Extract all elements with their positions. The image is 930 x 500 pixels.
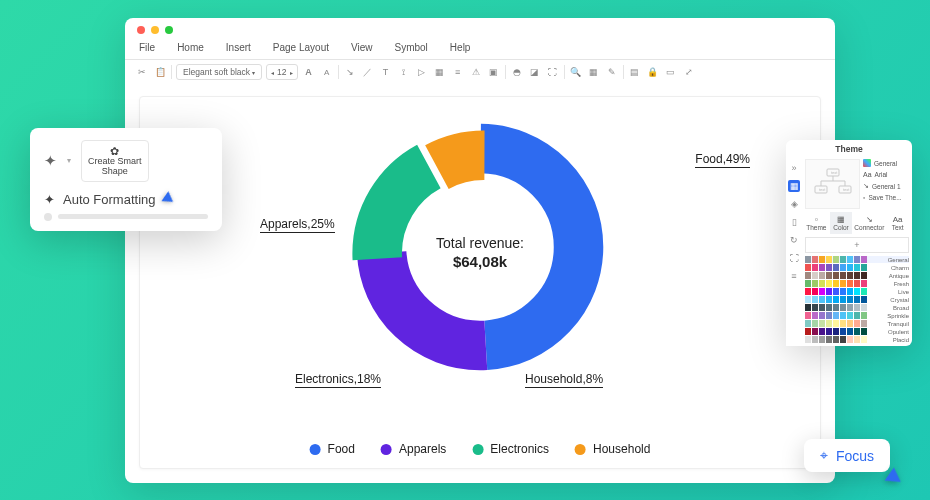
crop-icon[interactable]: ⛶: [546, 65, 560, 79]
slice-label-electronics: Electronics,18%: [295, 372, 381, 388]
theme-opt-general[interactable]: General: [874, 160, 897, 167]
svg-text:text: text: [843, 187, 850, 192]
svg-text:text: text: [819, 187, 826, 192]
palette-row[interactable]: Broad: [805, 304, 909, 311]
font-select[interactable]: Elegant soft black▾: [176, 64, 262, 80]
palette-row[interactable]: Opulent: [805, 328, 909, 335]
chart-center-text: Total revenue: $64,08k: [436, 234, 524, 272]
palette-row[interactable]: Tranquil: [805, 320, 909, 327]
menu-symbol[interactable]: Symbol: [395, 42, 428, 53]
layers-icon[interactable]: ▦: [433, 65, 447, 79]
side-page-icon[interactable]: ▯: [788, 216, 800, 228]
fill-icon[interactable]: ◓: [510, 65, 524, 79]
connector-icon[interactable]: ↘: [343, 65, 357, 79]
line-icon[interactable]: ／: [361, 65, 375, 79]
max-dot[interactable]: [165, 26, 173, 34]
palette-row[interactable]: Antique: [805, 272, 909, 279]
focus-icon: ⌖: [820, 447, 828, 464]
cursor-icon: [885, 467, 906, 488]
slice-label-household: Household,8%: [525, 372, 603, 388]
window-icon[interactable]: ▭: [664, 65, 678, 79]
menu-help[interactable]: Help: [450, 42, 471, 53]
theme-preview[interactable]: texttexttext: [805, 159, 860, 209]
align-icon[interactable]: ≡: [451, 65, 465, 79]
group-icon[interactable]: ▣: [487, 65, 501, 79]
menu-view[interactable]: View: [351, 42, 373, 53]
font-inc-icon[interactable]: A: [302, 65, 316, 79]
tab-theme[interactable]: ▫Theme: [805, 212, 828, 234]
paste-icon[interactable]: 📋: [153, 65, 167, 79]
legend-apparels: Apparels: [399, 442, 446, 456]
ruler-icon[interactable]: ▦: [587, 65, 601, 79]
slice-label-food: Food,49%: [695, 152, 750, 168]
svg-text:text: text: [831, 170, 838, 175]
tab-color[interactable]: ▦Color: [830, 212, 853, 234]
chart-legend: Food Apparels Electronics Household: [310, 442, 651, 456]
theme-side-tabs: » ▦ ◈ ▯ ↻ ⛶ ≡: [786, 156, 802, 346]
palette-row[interactable]: Charm: [805, 264, 909, 271]
min-dot[interactable]: [151, 26, 159, 34]
palette-list: GeneralCharmAntiqueFreshLiveCrystalBroad…: [805, 256, 909, 343]
legend-food: Food: [328, 442, 355, 456]
pen-icon[interactable]: ✎: [605, 65, 619, 79]
side-grid-icon[interactable]: ▦: [788, 180, 800, 192]
search-icon[interactable]: 🔍: [569, 65, 583, 79]
palette-row[interactable]: Fresh: [805, 280, 909, 287]
create-smart-shape-button[interactable]: ✿ Create Smart Shape: [81, 140, 149, 182]
theme-opt-save[interactable]: Save The...: [868, 194, 901, 201]
more-icon[interactable]: ▤: [628, 65, 642, 79]
anchor-icon[interactable]: ⟟: [397, 65, 411, 79]
side-layers-icon[interactable]: ◈: [788, 198, 800, 210]
toolbar: ✂ 📋 Elegant soft black▾ ◂12▸ A A ↘ ／ T ⟟…: [125, 60, 835, 84]
cursor-icon: [161, 192, 176, 208]
focus-button[interactable]: ⌖ Focus: [804, 439, 890, 472]
palette-row[interactable]: General: [805, 256, 909, 263]
side-share-icon[interactable]: ≡: [788, 270, 800, 282]
size-select[interactable]: ◂12▸: [266, 64, 297, 80]
auto-formatting-button[interactable]: ✦ Auto Formatting: [44, 192, 212, 207]
sparkle-icon: ✦: [44, 192, 55, 207]
shadow-icon[interactable]: ◪: [528, 65, 542, 79]
menu-file[interactable]: File: [139, 42, 155, 53]
auto-formatting-popup: ✦ ▾ ✿ Create Smart Shape ✦ Auto Formatti…: [30, 128, 222, 231]
theme-panel: Theme » ▦ ◈ ▯ ↻ ⛶ ≡ texttexttext General…: [786, 140, 912, 346]
canvas[interactable]: Total revenue: $64,08k Food,49% Apparels…: [139, 96, 821, 469]
sparkle-icon[interactable]: ✦: [44, 152, 57, 170]
slider[interactable]: [44, 213, 208, 221]
chevron-down-icon[interactable]: ▾: [67, 156, 71, 165]
add-palette-button[interactable]: +: [805, 237, 909, 253]
palette-row[interactable]: Live: [805, 288, 909, 295]
theme-opt-general1[interactable]: General 1: [872, 183, 901, 190]
close-dot[interactable]: [137, 26, 145, 34]
menu-bar: File Home Insert Page Layout View Symbol…: [125, 38, 835, 60]
lock-icon[interactable]: 🔒: [646, 65, 660, 79]
palette-row[interactable]: Placid: [805, 336, 909, 343]
legend-electronics: Electronics: [490, 442, 549, 456]
app-window: File Home Insert Page Layout View Symbol…: [125, 18, 835, 483]
tab-text[interactable]: AaText: [886, 212, 909, 234]
pointer-icon[interactable]: ▷: [415, 65, 429, 79]
menu-home[interactable]: Home: [177, 42, 204, 53]
menu-insert[interactable]: Insert: [226, 42, 251, 53]
side-fit-icon[interactable]: ⛶: [788, 252, 800, 264]
theme-opt-arial[interactable]: Arial: [875, 171, 888, 178]
text-icon[interactable]: T: [379, 65, 393, 79]
tab-connector[interactable]: ↘Connector: [854, 212, 884, 234]
side-history-icon[interactable]: ↻: [788, 234, 800, 246]
palette-row[interactable]: Sprinkle: [805, 312, 909, 319]
theme-tabs: ▫Theme ▦Color ↘Connector AaText: [805, 212, 909, 234]
legend-household: Household: [593, 442, 650, 456]
menu-page-layout[interactable]: Page Layout: [273, 42, 329, 53]
expand-icon[interactable]: ⤢: [682, 65, 696, 79]
slice-label-apparels: Apparels,25%: [260, 217, 335, 233]
palette-row[interactable]: Crystal: [805, 296, 909, 303]
side-collapse-icon[interactable]: »: [788, 162, 800, 174]
warning-icon[interactable]: ⚠: [469, 65, 483, 79]
cut-icon[interactable]: ✂: [135, 65, 149, 79]
theme-title: Theme: [786, 140, 912, 156]
font-dec-icon[interactable]: A: [320, 65, 334, 79]
window-controls: [125, 18, 835, 38]
